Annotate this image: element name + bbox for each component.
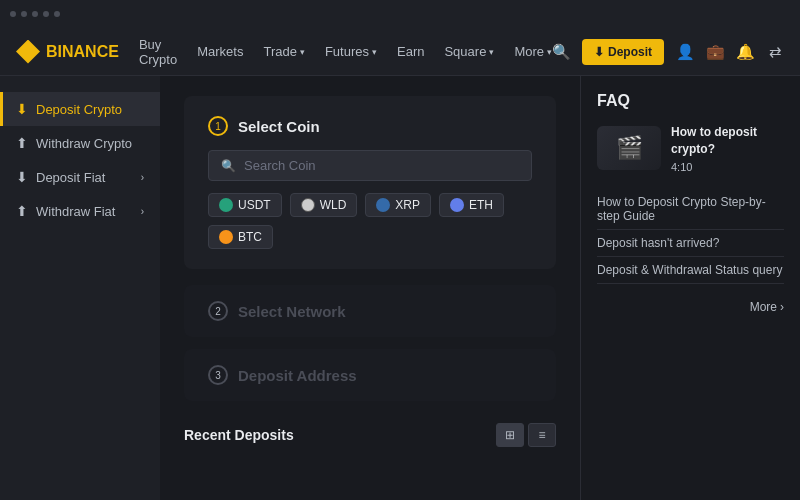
futures-chevron: ▾ xyxy=(372,47,377,57)
deposit-button[interactable]: ⬇ Deposit xyxy=(582,39,664,65)
view-toggle: ⊞ ≡ xyxy=(496,423,556,447)
transfer-icon[interactable]: ⇄ xyxy=(766,43,784,61)
deposit-icon: ⬇ xyxy=(594,45,604,59)
step2-circle: 2 xyxy=(208,301,228,321)
navbar: BINANCE Buy Crypto Markets Trade ▾ Futur… xyxy=(0,28,800,76)
sidebar-item-withdraw-fiat[interactable]: ⬆ Withdraw Fiat › xyxy=(0,194,160,228)
faq-title: FAQ xyxy=(597,92,784,110)
coin-search-box[interactable]: 🔍 xyxy=(208,150,532,181)
xrp-label: XRP xyxy=(395,198,420,212)
select-coin-title: Select Coin xyxy=(238,118,320,135)
wld-label: WLD xyxy=(320,198,347,212)
search-coin-icon: 🔍 xyxy=(221,159,236,173)
more-label: More xyxy=(750,300,777,314)
usdt-dot xyxy=(219,198,233,212)
btc-dot xyxy=(219,230,233,244)
sidebar-withdraw-fiat-label: Withdraw Fiat xyxy=(36,204,115,219)
more-chevron-icon: › xyxy=(780,300,784,314)
sidebar-withdraw-crypto-label: Withdraw Crypto xyxy=(36,136,132,151)
more-link[interactable]: More › xyxy=(750,300,784,314)
coin-tag-wld[interactable]: WLD xyxy=(290,193,358,217)
square-chevron: ▾ xyxy=(489,47,494,57)
recent-deposits-title: Recent Deposits xyxy=(184,427,496,443)
main-layout: ⬇ Deposit Crypto ⬆ Withdraw Crypto ⬇ Dep… xyxy=(0,76,800,500)
deposit-crypto-icon: ⬇ xyxy=(16,101,28,117)
titlebar-dot xyxy=(10,11,16,17)
search-icon[interactable]: 🔍 xyxy=(552,43,570,61)
faq-link-2[interactable]: Deposit hasn't arrived? xyxy=(597,230,784,257)
faq-panel: FAQ 🎬 How to deposit crypto? 4:10 How to… xyxy=(580,76,800,500)
nav-more[interactable]: More ▾ xyxy=(514,44,552,59)
titlebar-dot xyxy=(43,11,49,17)
step1-circle: 1 xyxy=(208,116,228,136)
coin-tag-eth[interactable]: ETH xyxy=(439,193,504,217)
select-coin-header: 1 Select Coin xyxy=(208,116,532,136)
usdt-label: USDT xyxy=(238,198,271,212)
nav-buy-crypto[interactable]: Buy Crypto xyxy=(139,37,177,67)
deposit-fiat-chevron: › xyxy=(141,172,144,183)
deposit-address-card: 3 Deposit Address xyxy=(184,349,556,401)
logo-text: BINANCE xyxy=(46,43,119,61)
sidebar-item-withdraw-crypto[interactable]: ⬆ Withdraw Crypto xyxy=(0,126,160,160)
coin-tags-list: USDT WLD XRP ETH BTC xyxy=(208,193,532,249)
coin-tag-xrp[interactable]: XRP xyxy=(365,193,431,217)
titlebar-dot xyxy=(54,11,60,17)
toggle-list-btn[interactable]: ≡ xyxy=(528,423,556,447)
faq-link-1[interactable]: How to Deposit Crypto Step-by-step Guide xyxy=(597,189,784,230)
titlebar-dot xyxy=(32,11,38,17)
withdraw-crypto-icon: ⬆ xyxy=(16,135,28,151)
eth-label: ETH xyxy=(469,198,493,212)
video-title: How to deposit crypto? xyxy=(671,124,784,158)
faq-link-3[interactable]: Deposit & Withdrawal Status query xyxy=(597,257,784,284)
search-coin-input[interactable] xyxy=(244,158,519,173)
withdraw-fiat-chevron: › xyxy=(141,206,144,217)
sidebar-item-deposit-crypto[interactable]: ⬇ Deposit Crypto xyxy=(0,92,160,126)
sidebar-deposit-crypto-label: Deposit Crypto xyxy=(36,102,122,117)
eth-dot xyxy=(450,198,464,212)
select-network-card: 2 Select Network xyxy=(184,285,556,337)
nav-markets[interactable]: Markets xyxy=(197,44,243,59)
binance-logo-icon xyxy=(16,40,40,64)
xrp-dot xyxy=(376,198,390,212)
sidebar: ⬇ Deposit Crypto ⬆ Withdraw Crypto ⬇ Dep… xyxy=(0,76,160,500)
trade-chevron: ▾ xyxy=(300,47,305,57)
toggle-grid-btn[interactable]: ⊞ xyxy=(496,423,524,447)
user-icon[interactable]: 👤 xyxy=(676,43,694,61)
logo[interactable]: BINANCE xyxy=(16,40,119,64)
coin-tag-btc[interactable]: BTC xyxy=(208,225,273,249)
step3-circle: 3 xyxy=(208,365,228,385)
select-coin-card: 1 Select Coin 🔍 USDT WLD XRP xyxy=(184,96,556,269)
titlebar xyxy=(0,0,800,28)
nav-futures[interactable]: Futures ▾ xyxy=(325,44,377,59)
recent-deposits-header: Recent Deposits ⊞ ≡ xyxy=(184,413,556,457)
coin-tag-usdt[interactable]: USDT xyxy=(208,193,282,217)
nav-right: 🔍 ⬇ Deposit 👤 💼 🔔 ⇄ ⊞ 🌙 xyxy=(552,39,800,65)
nav-square[interactable]: Square ▾ xyxy=(444,44,494,59)
video-play-icon: 🎬 xyxy=(616,135,643,161)
video-thumbnail: 🎬 xyxy=(597,126,661,170)
withdraw-fiat-icon: ⬆ xyxy=(16,203,28,219)
deposit-fiat-icon: ⬇ xyxy=(16,169,28,185)
nav-earn[interactable]: Earn xyxy=(397,44,424,59)
faq-video[interactable]: 🎬 How to deposit crypto? 4:10 xyxy=(597,124,784,173)
nav-left: BINANCE Buy Crypto Markets Trade ▾ Futur… xyxy=(16,37,552,67)
sidebar-deposit-fiat-label: Deposit Fiat xyxy=(36,170,105,185)
titlebar-dot xyxy=(21,11,27,17)
select-network-title: Select Network xyxy=(238,303,346,320)
video-info: How to deposit crypto? 4:10 xyxy=(671,124,784,173)
deposit-address-title: Deposit Address xyxy=(238,367,357,384)
deposit-label: Deposit xyxy=(608,45,652,59)
wld-dot xyxy=(301,198,315,212)
content-area: 1 Select Coin 🔍 USDT WLD XRP xyxy=(160,76,580,500)
btc-label: BTC xyxy=(238,230,262,244)
sidebar-item-deposit-fiat[interactable]: ⬇ Deposit Fiat › xyxy=(0,160,160,194)
nav-trade[interactable]: Trade ▾ xyxy=(263,44,304,59)
grid-icon[interactable]: ⊞ xyxy=(796,43,800,61)
bell-icon[interactable]: 🔔 xyxy=(736,43,754,61)
wallet-icon[interactable]: 💼 xyxy=(706,43,724,61)
video-duration: 4:10 xyxy=(671,161,784,173)
